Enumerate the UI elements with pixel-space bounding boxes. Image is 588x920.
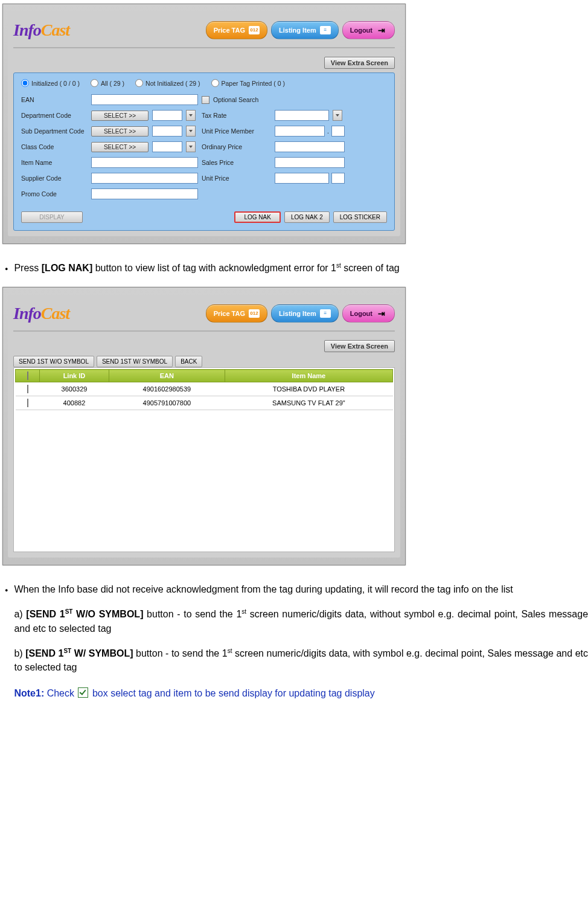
a-sup: ST xyxy=(65,608,73,615)
t2: button to view list of tag with acknowle… xyxy=(92,263,336,273)
col-check[interactable] xyxy=(16,370,40,382)
note-before: Check xyxy=(44,688,77,698)
price-tag-badge-icon: 012 xyxy=(249,26,260,34)
logout-label: Logout xyxy=(350,27,372,34)
radio-initialized[interactable]: Initialized ( 0 / 0 ) xyxy=(21,79,80,87)
screenshot-2: InfoCast Price TAG012 Listing Item≡ Logo… xyxy=(2,287,406,565)
b-b1: [SEND 1 xyxy=(25,648,63,658)
select-dept-button[interactable]: SELECT >> xyxy=(91,111,149,121)
doc-bullet-1: Press [LOG NAK] button to view list of t… xyxy=(5,261,588,275)
display-button[interactable]: DISPLAY xyxy=(21,211,83,223)
price-tag-button[interactable]: Price TAG012 xyxy=(206,21,267,39)
log-sticker-button[interactable]: LOG STICKER xyxy=(333,211,387,223)
ean-input[interactable] xyxy=(91,94,198,105)
label-ordinary-price: Ordinary Price xyxy=(202,143,271,150)
unit-price-input-dec[interactable] xyxy=(331,173,345,184)
radio-all-label: All ( 29 ) xyxy=(101,80,124,87)
a-b2: W/O SYMBOL] xyxy=(72,609,143,619)
select-class-button[interactable]: SELECT >> xyxy=(91,142,149,152)
radio-all[interactable]: All ( 29 ) xyxy=(91,79,124,87)
label-dept: Department Code xyxy=(21,112,88,119)
unit-price-member-input-dec[interactable] xyxy=(331,126,345,137)
label-unit-price: Unit Price xyxy=(202,175,271,182)
sub-dept-input[interactable] xyxy=(152,126,182,137)
col-ean: EAN xyxy=(109,370,225,382)
send-wo-symbol-button[interactable]: SEND 1ST W/O SYMBOL xyxy=(13,356,94,367)
view-extra-screen-button[interactable]: View Extra Screen xyxy=(324,57,395,69)
topbar-2: InfoCast Price TAG012 Listing Item≡ Logo… xyxy=(13,299,395,328)
doc-bullet-2-body: When the Info base did not receive ackno… xyxy=(14,582,588,710)
radio-paper-tag-input[interactable] xyxy=(211,79,219,87)
row-checkbox[interactable] xyxy=(27,385,28,393)
cell-ean: 4905791007800 xyxy=(109,396,225,410)
row-checkbox[interactable] xyxy=(27,399,28,407)
a-r1: button - to send the 1 xyxy=(143,609,241,619)
checkbox-icon xyxy=(27,372,28,380)
filter-radio-row: Initialized ( 0 / 0 ) All ( 29 ) Not Ini… xyxy=(21,79,387,87)
class-input[interactable] xyxy=(152,141,182,152)
back-button[interactable]: BACK xyxy=(175,356,202,367)
select-sub-dept-button[interactable]: SELECT >> xyxy=(91,126,149,137)
radio-not-initialized-label: Not Initialized ( 29 ) xyxy=(145,80,200,87)
unit-price-member-input-int[interactable] xyxy=(275,126,325,137)
logout-button-2[interactable]: Logout⇥ xyxy=(342,304,395,323)
radio-all-input[interactable] xyxy=(91,79,98,87)
doc-bullet-2: When the Info base did not receive ackno… xyxy=(5,582,588,710)
radio-not-initialized-input[interactable] xyxy=(135,79,143,87)
listing-item-button-2[interactable]: Listing Item≡ xyxy=(271,304,339,323)
ordinary-price-input[interactable] xyxy=(275,141,345,152)
send-w-symbol-button[interactable]: SEND 1ST W/ SYMBOL xyxy=(97,356,173,367)
logo: InfoCast xyxy=(13,21,69,40)
cell-link: 400882 xyxy=(40,396,109,410)
checkbox-icon xyxy=(202,96,209,104)
label-supplier: Supplier Code xyxy=(21,175,88,182)
tax-rate-dropdown[interactable] xyxy=(333,110,342,121)
table-row: 400882 4905791007800 SAMSUNG TV FLAT 29" xyxy=(16,396,393,410)
document-icon: ≡ xyxy=(320,26,331,34)
radio-not-initialized[interactable]: Not Initialized ( 29 ) xyxy=(135,79,200,87)
t: When the Info base did not receive ackno… xyxy=(14,584,513,594)
optional-search-checkbox[interactable]: Optional Search xyxy=(202,96,345,104)
app-frame: InfoCast Price TAG012 Listing Item≡ Logo… xyxy=(8,11,400,236)
sales-price-input[interactable] xyxy=(275,157,345,168)
price-tag-button-2[interactable]: Price TAG012 xyxy=(206,304,267,323)
promo-input[interactable] xyxy=(91,188,198,199)
class-dropdown[interactable] xyxy=(186,141,196,152)
exit-icon: ⇥ xyxy=(376,26,387,34)
topbar: InfoCast Price TAG012 Listing Item≡ Logo… xyxy=(13,16,395,45)
logo-2: InfoCast xyxy=(13,304,69,323)
l: Price TAG xyxy=(214,310,245,317)
listing-item-button[interactable]: Listing Item≡ xyxy=(271,21,339,39)
supplier-input[interactable] xyxy=(91,173,198,184)
note1: Note1: Check box select tag and item to … xyxy=(14,686,588,700)
dept-dropdown[interactable] xyxy=(186,110,196,121)
table-shell: Link ID EAN Item Name 3600329 4901602980… xyxy=(13,367,395,552)
radio-paper-tag[interactable]: Paper Tag Printed ( 0 ) xyxy=(211,79,285,87)
note-after: box select tag and item to be send displ… xyxy=(89,688,374,698)
price-tag-label: Price TAG xyxy=(214,27,245,34)
col-item-name: Item Name xyxy=(225,370,392,382)
label-tax-rate: Tax Rate xyxy=(202,112,271,119)
b-r1: button - to send the 1 xyxy=(133,648,228,658)
unit-price-input-int[interactable] xyxy=(275,173,329,184)
logout-button[interactable]: Logout⇥ xyxy=(342,21,395,39)
t-sup: st xyxy=(336,262,341,269)
tax-rate-input[interactable] xyxy=(275,110,329,121)
view-extra-screen-button-2[interactable]: View Extra Screen xyxy=(324,340,395,352)
option-a: a) [SEND 1ST W/O SYMBOL] button - to sen… xyxy=(14,607,588,635)
log-nak-2-button[interactable]: LOG NAK 2 xyxy=(284,211,330,223)
item-name-input[interactable] xyxy=(91,157,198,168)
radio-paper-tag-label: Paper Tag Printed ( 0 ) xyxy=(222,80,285,87)
sub-dept-dropdown[interactable] xyxy=(186,126,196,137)
search-panel: Initialized ( 0 / 0 ) All ( 29 ) Not Ini… xyxy=(13,72,395,231)
price-tag-badge-icon-2: 012 xyxy=(249,309,260,318)
checked-box-icon xyxy=(78,687,88,698)
option-b: b) [SEND 1ST W/ SYMBOL] button - to send… xyxy=(14,646,588,674)
log-nak-button[interactable]: LOG NAK xyxy=(234,211,280,223)
send-tab-bar: SEND 1ST W/O SYMBOL SEND 1ST W/ SYMBOL B… xyxy=(13,356,395,367)
doc-bullet-1-text: Press [LOG NAK] button to view list of t… xyxy=(14,261,588,275)
dept-input[interactable] xyxy=(152,110,182,121)
radio-initialized-input[interactable] xyxy=(21,79,29,87)
listing-item-label: Listing Item xyxy=(279,27,316,34)
t3: screen of tag xyxy=(341,263,400,273)
